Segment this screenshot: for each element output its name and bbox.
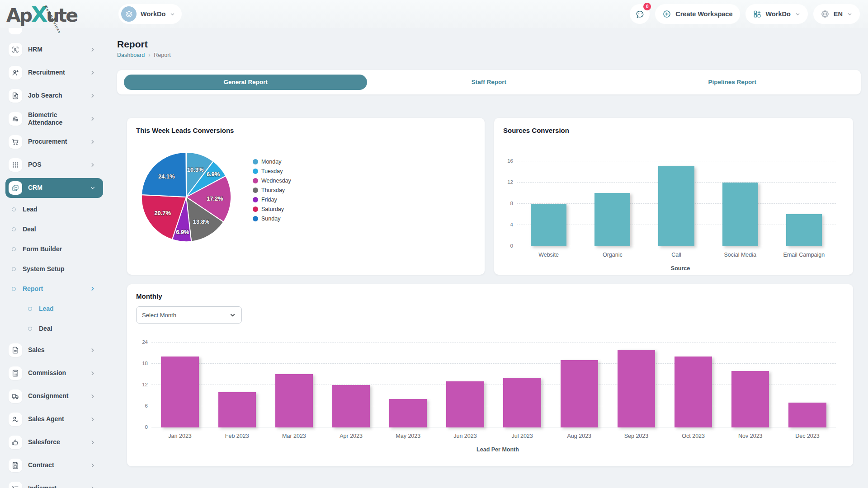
- sidebar-subitem-crm-form-builder[interactable]: Form Builder: [5, 241, 103, 257]
- sidebar-item-contract[interactable]: Contract: [5, 455, 103, 475]
- leads-conversions-card: This Week Leads Conversions 10.3%6.9%17.…: [127, 118, 485, 275]
- bar: [218, 392, 256, 427]
- x-tick-label: Social Media: [708, 252, 772, 258]
- app-logo[interactable]: ApXute Web Services: [6, 3, 77, 26]
- bullet-icon: [12, 227, 16, 231]
- bar: [503, 378, 541, 427]
- language-selector[interactable]: EN: [813, 4, 860, 24]
- workdo-menu-button[interactable]: WorkDo: [745, 4, 808, 24]
- sidebar-item-commission[interactable]: Commission: [5, 363, 103, 383]
- x-tick-label: Mar 2023: [265, 433, 322, 439]
- x-tick-label: Feb 2023: [208, 433, 265, 439]
- x-tick-label: Apr 2023: [323, 433, 380, 439]
- plus-circle-icon: [662, 9, 671, 19]
- grid-plus-icon: [753, 9, 762, 19]
- breadcrumb-current: Report: [154, 52, 171, 58]
- bar: [389, 399, 427, 427]
- breadcrumb-dashboard-link[interactable]: Dashboard: [117, 52, 145, 58]
- chevron-right-icon: [90, 47, 96, 53]
- bar: [332, 385, 370, 427]
- messages-badge: 0: [643, 3, 651, 10]
- sidebar-subitem-crm-system-setup[interactable]: System Setup: [5, 261, 103, 277]
- bar: [722, 183, 758, 246]
- sidebar-subitem-crm-report[interactable]: Report: [5, 281, 103, 297]
- bullet-icon: [12, 287, 16, 291]
- sidebar-item-hrm[interactable]: HRM: [5, 40, 103, 60]
- chevron-right-icon: [90, 116, 96, 122]
- chevron-right-icon: [90, 393, 96, 399]
- legend-item: Wednesday: [253, 178, 291, 184]
- x-axis-title: Lead Per Month: [151, 446, 844, 453]
- sidebar-item-indiamart[interactable]: Indiamart: [5, 479, 103, 488]
- create-workspace-button[interactable]: Create Workspace: [655, 4, 740, 24]
- commission-icon: [9, 366, 22, 380]
- sidebar-item-recruitment[interactable]: Recruitment: [5, 63, 103, 83]
- workspace-switcher[interactable]: WorkDo: [118, 4, 182, 24]
- sidebar-nav: HRMRecruitmentJob SearchBiometric Attend…: [5, 40, 103, 488]
- monthly-card: Monthly Select Month 06121824Jan 2023Feb…: [127, 284, 853, 466]
- chevron-right-icon: [90, 439, 96, 446]
- main-content: Report Dashboard › Report General Report…: [117, 28, 868, 488]
- chevron-down-icon: [795, 11, 801, 17]
- leads-pie-chart: 10.3%6.9%17.2%13.8%6.9%20.7%24.1%: [136, 147, 236, 247]
- card-title: This Week Leads Conversions: [127, 118, 485, 143]
- workspace-avatar-icon: [121, 6, 137, 22]
- svg-text:17.2%: 17.2%: [207, 195, 223, 202]
- x-tick-label: Nov 2023: [722, 433, 779, 439]
- chevron-right-icon: [90, 286, 96, 292]
- month-select[interactable]: Select Month: [136, 306, 242, 324]
- sidebar-item-crm[interactable]: CRM: [5, 178, 103, 198]
- bullet-icon: [12, 267, 16, 271]
- svg-text:13.8%: 13.8%: [193, 218, 210, 225]
- legend-dot-icon: [253, 197, 258, 202]
- chevron-down-icon: [847, 11, 853, 17]
- chevron-right-icon: [90, 162, 96, 168]
- sidebar-item-pos[interactable]: POS: [5, 155, 103, 175]
- recruitment-icon: [9, 66, 22, 80]
- bar: [446, 381, 484, 427]
- sidebar-item-salesforce[interactable]: Salesforce: [5, 432, 103, 452]
- month-select-placeholder: Select Month: [142, 312, 176, 319]
- messages-button[interactable]: 0: [630, 4, 650, 24]
- x-tick-label: Jul 2023: [494, 433, 551, 439]
- sidebar-item-procurement[interactable]: Procurement: [5, 132, 103, 152]
- svg-text:6.9%: 6.9%: [207, 171, 220, 178]
- sidebar-subitem-report-lead[interactable]: Lead: [5, 300, 103, 317]
- sidebar-item-sales[interactable]: Sales: [5, 340, 103, 360]
- chevron-right-icon: [90, 462, 96, 469]
- sidebar-item-biometric-attendance[interactable]: Biometric Attendance: [5, 109, 103, 129]
- legend-item: Tuesday: [253, 168, 291, 174]
- tab-staff-report[interactable]: Staff Report: [367, 75, 610, 90]
- legend-item: Sunday: [253, 216, 291, 222]
- legend-dot-icon: [253, 216, 258, 221]
- x-tick-label: Jun 2023: [437, 433, 494, 439]
- chevron-down-icon: [229, 312, 236, 319]
- globe-icon: [821, 9, 830, 19]
- top-header: ApXute Web Services WorkDo 0 Create Work…: [0, 0, 868, 28]
- legend-dot-icon: [253, 206, 258, 212]
- chat-icon: [635, 9, 645, 19]
- bar: [786, 214, 822, 246]
- tab-pipelines-report[interactable]: Pipelines Report: [611, 75, 854, 90]
- sidebar-item-job-search[interactable]: Job Search: [5, 86, 103, 106]
- svg-text:6.9%: 6.9%: [176, 229, 189, 235]
- chevron-right-icon: [90, 347, 96, 353]
- legend-item: Monday: [253, 159, 291, 165]
- sidebar-subitem-crm-deal[interactable]: Deal: [5, 221, 103, 237]
- bar: [161, 357, 198, 427]
- bullet-icon: [12, 247, 16, 251]
- legend-dot-icon: [253, 178, 258, 183]
- sidebar-subitem-crm-lead[interactable]: Lead: [5, 201, 103, 217]
- report-tabs: General Report Staff Report Pipelines Re…: [117, 70, 861, 94]
- x-axis-title: Source: [517, 265, 844, 272]
- legend-item: Friday: [253, 197, 291, 203]
- sidebar-subitem-report-deal[interactable]: Deal: [5, 320, 103, 337]
- x-tick-label: May 2023: [380, 433, 437, 439]
- bullet-icon: [12, 207, 16, 211]
- chevron-right-icon: [90, 93, 96, 99]
- sources-conversion-card: Sources Conversion 0481216WebsiteOrganic…: [494, 118, 853, 275]
- tab-general-report[interactable]: General Report: [124, 75, 367, 90]
- legend-dot-icon: [253, 169, 258, 174]
- sidebar-item-consignment[interactable]: Consignment: [5, 386, 103, 406]
- sidebar-item-sales-agent[interactable]: Sales Agent: [5, 409, 103, 429]
